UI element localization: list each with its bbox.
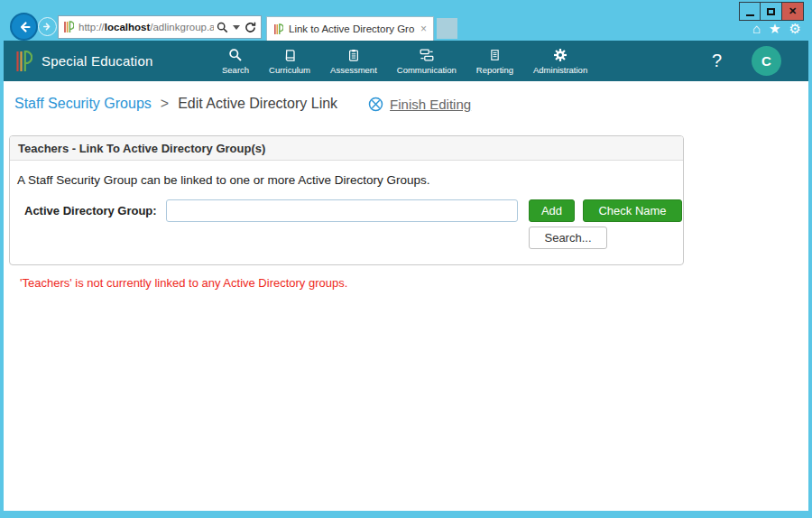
minimize-button[interactable]: [739, 2, 761, 21]
ad-group-label: Active Directory Group:: [24, 204, 157, 217]
ad-group-form: Active Directory Group: Add Check Name S…: [17, 199, 676, 254]
favorites-star-icon[interactable]: ★: [769, 22, 780, 35]
address-bar[interactable]: http://localhost/adlinkgroup.aspx?p: [58, 15, 262, 39]
site-favicon-icon: [63, 21, 74, 33]
refresh-icon[interactable]: [245, 22, 256, 33]
home-icon[interactable]: ⌂: [752, 22, 761, 35]
panel-body: A Staff Security Group can be linked to …: [10, 161, 683, 264]
error-message: 'Teachers' is not currently linked to an…: [20, 276, 808, 290]
browser-titlebar: ✕ http://localhost/adlinkgroup.aspx?p: [0, 0, 812, 41]
user-avatar[interactable]: C: [752, 46, 781, 76]
tab-title: Link to Active Directory Gro...: [289, 23, 415, 34]
new-tab-button[interactable]: [437, 18, 457, 39]
nav-label: Communication: [397, 65, 457, 75]
main-content: Teachers - Link To Active Directory Grou…: [4, 135, 808, 290]
maximize-icon: [767, 8, 775, 15]
arrow-left-icon: [17, 20, 32, 34]
nav-item-communication[interactable]: Communication: [387, 41, 466, 81]
page-content: Special Education Search Curriculum: [4, 41, 808, 511]
app-title: Special Education: [42, 53, 152, 69]
url-path: /adlinkgroup.aspx?p: [150, 22, 214, 32]
gear-icon: [553, 48, 567, 62]
breadcrumb-current: Edit Active Directory Link: [178, 96, 337, 112]
address-search-icon[interactable]: [217, 22, 228, 33]
ad-link-panel: Teachers - Link To Active Directory Grou…: [9, 135, 684, 265]
app-brand: Special Education: [4, 51, 152, 72]
search-button[interactable]: Search...: [529, 227, 607, 249]
browser-window: ✕ http://localhost/adlinkgroup.aspx?p: [0, 0, 812, 518]
panel-description: A Staff Security Group can be linked to …: [17, 173, 676, 187]
browser-toolbar-icons: ⌂ ★ ⚙: [752, 22, 801, 35]
url-host: localhost: [105, 22, 150, 32]
breadcrumb-separator: >: [161, 96, 169, 112]
clipboard-icon: [347, 48, 360, 62]
add-button[interactable]: Add: [529, 199, 575, 222]
close-button[interactable]: ✕: [782, 2, 804, 21]
header-right: ? C: [712, 46, 808, 76]
tab-close-button[interactable]: ×: [420, 23, 427, 35]
url-text: http://localhost/adlinkgroup.aspx?p: [78, 22, 214, 32]
nav-label: Curriculum: [269, 65, 310, 75]
circle-x-icon: [368, 97, 383, 112]
browser-tab[interactable]: Link to Active Directory Gro... ×: [266, 16, 434, 41]
nav-item-reporting[interactable]: Reporting: [466, 41, 523, 81]
forward-button[interactable]: [38, 17, 57, 36]
nav-item-assessment[interactable]: Assessment: [320, 41, 387, 81]
tab-favicon-icon: [273, 23, 283, 35]
window-controls: ✕: [739, 2, 804, 21]
breadcrumb: Staff Security Groups > Edit Active Dire…: [4, 81, 808, 126]
back-button[interactable]: [10, 13, 38, 41]
main-nav: Search Curriculum Assessment: [212, 41, 597, 81]
autocomplete-caret-icon[interactable]: [233, 25, 240, 30]
panel-title: Teachers - Link To Active Directory Grou…: [10, 136, 683, 161]
arrow-right-icon: [42, 22, 52, 32]
address-bar-icons: [214, 22, 256, 33]
finish-editing-link[interactable]: Finish Editing: [368, 97, 471, 112]
help-button[interactable]: ?: [712, 51, 722, 71]
minimize-icon: [746, 14, 754, 16]
finish-editing-label: Finish Editing: [390, 97, 471, 112]
app-header: Special Education Search Curriculum: [4, 41, 808, 81]
nav-label: Assessment: [330, 65, 377, 75]
message-exchange-icon: [420, 48, 434, 62]
nav-label: Administration: [533, 65, 587, 75]
nav-item-administration[interactable]: Administration: [523, 41, 597, 81]
check-name-button[interactable]: Check Name: [583, 199, 682, 222]
maximize-button[interactable]: [761, 2, 782, 21]
close-icon: ✕: [789, 6, 797, 16]
settings-gear-icon[interactable]: ⚙: [789, 22, 801, 35]
nav-item-search[interactable]: Search: [212, 41, 259, 81]
document-icon: [489, 48, 501, 62]
breadcrumb-link-staff-security-groups[interactable]: Staff Security Groups: [14, 96, 152, 112]
ad-group-input[interactable]: [166, 199, 518, 222]
url-prefix: http://: [78, 22, 105, 32]
book-icon: [283, 48, 297, 62]
nav-label: Reporting: [476, 65, 513, 75]
nav-item-curriculum[interactable]: Curriculum: [259, 41, 320, 81]
app-logo-icon: [15, 51, 32, 72]
nav-label: Search: [222, 65, 249, 75]
search-icon: [228, 48, 243, 62]
